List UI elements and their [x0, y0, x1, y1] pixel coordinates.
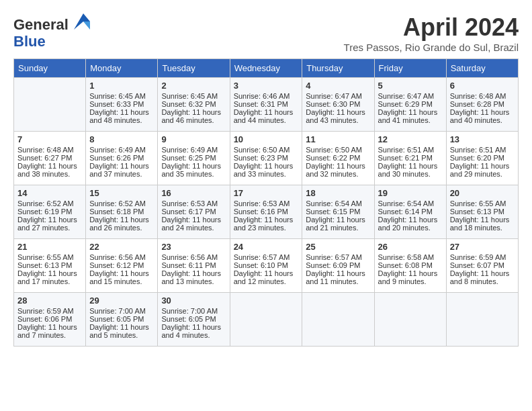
day-info: Daylight: 11 hours — [161, 216, 226, 224]
day-number: 15 — [89, 188, 154, 198]
calendar-week-2: 7Sunrise: 6:48 AMSunset: 6:27 PMDaylight… — [14, 132, 519, 185]
day-info: and 46 minutes. — [161, 116, 226, 124]
day-info: Sunset: 6:26 PM — [89, 154, 154, 162]
day-info: Sunrise: 6:57 AM — [306, 253, 370, 261]
day-number: 26 — [378, 242, 443, 252]
day-number: 1 — [89, 81, 154, 91]
day-info: Daylight: 11 hours — [89, 216, 154, 224]
day-info: Sunrise: 6:59 AM — [17, 307, 82, 315]
day-number: 21 — [17, 242, 82, 252]
day-info: Sunrise: 6:55 AM — [17, 253, 82, 261]
day-number: 23 — [161, 242, 226, 252]
day-number: 20 — [450, 188, 515, 198]
day-info: and 5 minutes. — [89, 331, 154, 339]
day-info: Daylight: 11 hours — [234, 162, 299, 170]
day-info: Daylight: 11 hours — [306, 108, 370, 116]
day-number: 22 — [89, 242, 154, 252]
day-info: and 35 minutes. — [161, 170, 226, 178]
day-info: Sunrise: 6:59 AM — [450, 253, 515, 261]
logo-icon — [74, 13, 90, 30]
svg-marker-1 — [83, 21, 90, 30]
day-info: and 33 minutes. — [234, 170, 299, 178]
calendar-cell: 6Sunrise: 6:48 AMSunset: 6:28 PMDaylight… — [446, 78, 518, 132]
day-info: and 17 minutes. — [17, 277, 82, 285]
day-info: and 27 minutes. — [17, 224, 82, 232]
calendar-cell: 28Sunrise: 6:59 AMSunset: 6:06 PMDayligh… — [14, 293, 86, 347]
location: Tres Passos, Rio Grande do Sul, Brazil — [344, 42, 519, 53]
day-info: Sunset: 6:17 PM — [161, 208, 226, 216]
calendar-cell — [302, 293, 374, 347]
day-info: Daylight: 11 hours — [17, 216, 82, 224]
day-info: Sunrise: 6:48 AM — [17, 146, 82, 154]
day-info: Daylight: 11 hours — [450, 269, 515, 277]
day-number: 11 — [306, 134, 370, 144]
calendar-cell: 20Sunrise: 6:55 AMSunset: 6:13 PMDayligh… — [446, 185, 518, 239]
day-info: and 9 minutes. — [378, 277, 443, 285]
day-info: Sunrise: 6:52 AM — [17, 199, 82, 208]
day-number: 27 — [450, 242, 515, 252]
day-info: and 7 minutes. — [17, 331, 82, 339]
day-info: Sunset: 6:14 PM — [378, 208, 443, 216]
day-info: and 48 minutes. — [89, 116, 154, 124]
calendar-cell: 17Sunrise: 6:53 AMSunset: 6:16 PMDayligh… — [230, 185, 302, 239]
calendar-cell — [374, 293, 446, 347]
calendar-cell: 26Sunrise: 6:58 AMSunset: 6:08 PMDayligh… — [374, 239, 446, 293]
day-info: Sunrise: 6:47 AM — [378, 92, 443, 100]
day-number: 9 — [161, 134, 226, 144]
day-info: Daylight: 11 hours — [161, 323, 226, 331]
day-number: 28 — [17, 295, 82, 306]
day-info: Sunrise: 7:00 AM — [161, 307, 226, 315]
day-info: Daylight: 11 hours — [378, 108, 443, 116]
logo-blue: Blue — [13, 33, 90, 50]
day-info: Sunrise: 6:56 AM — [161, 253, 226, 261]
day-info: Sunrise: 6:51 AM — [450, 146, 515, 154]
day-info: Daylight: 11 hours — [378, 216, 443, 224]
calendar-cell: 19Sunrise: 6:54 AMSunset: 6:14 PMDayligh… — [374, 185, 446, 239]
day-info: Sunrise: 6:47 AM — [306, 92, 370, 100]
day-info: Daylight: 11 hours — [378, 162, 443, 170]
day-number: 12 — [378, 134, 443, 144]
calendar-header-row: SundayMondayTuesdayWednesdayThursdayFrid… — [14, 59, 519, 78]
day-info: Sunset: 6:33 PM — [89, 100, 154, 108]
day-info: Daylight: 11 hours — [306, 269, 370, 277]
day-info: Sunset: 6:31 PM — [234, 100, 299, 108]
day-info: Sunrise: 6:57 AM — [234, 253, 299, 261]
header-day-wednesday: Wednesday — [230, 59, 302, 78]
day-number: 17 — [234, 188, 299, 198]
day-info: Sunset: 6:20 PM — [450, 154, 515, 162]
day-info: Daylight: 11 hours — [234, 269, 299, 277]
day-info: and 13 minutes. — [161, 277, 226, 285]
day-info: Sunset: 6:10 PM — [234, 261, 299, 269]
day-info: Sunset: 6:12 PM — [89, 261, 154, 269]
calendar-cell: 9Sunrise: 6:49 AMSunset: 6:25 PMDaylight… — [158, 132, 230, 185]
day-info: Sunrise: 7:00 AM — [89, 307, 154, 315]
day-number: 16 — [161, 188, 226, 198]
day-info: Sunset: 6:07 PM — [450, 261, 515, 269]
title-block: April 2024 Tres Passos, Rio Grande do Su… — [344, 13, 519, 53]
day-number: 5 — [378, 81, 443, 91]
day-info: Daylight: 11 hours — [234, 108, 299, 116]
calendar-cell: 15Sunrise: 6:52 AMSunset: 6:18 PMDayligh… — [86, 185, 158, 239]
day-info: and 18 minutes. — [450, 224, 515, 232]
day-info: and 11 minutes. — [306, 277, 370, 285]
month-title: April 2024 — [344, 13, 519, 42]
day-info: Sunset: 6:05 PM — [161, 315, 226, 323]
day-number: 13 — [450, 134, 515, 144]
day-number: 10 — [234, 134, 299, 144]
day-info: and 40 minutes. — [450, 116, 515, 124]
day-number: 25 — [306, 242, 370, 252]
day-info: Daylight: 11 hours — [17, 269, 82, 277]
day-info: Daylight: 11 hours — [161, 269, 226, 277]
calendar-cell — [230, 293, 302, 347]
calendar-week-3: 14Sunrise: 6:52 AMSunset: 6:19 PMDayligh… — [14, 185, 519, 239]
calendar-cell — [14, 78, 86, 132]
day-info: Sunset: 6:22 PM — [306, 154, 370, 162]
calendar-cell: 27Sunrise: 6:59 AMSunset: 6:07 PMDayligh… — [446, 239, 518, 293]
day-info: Sunset: 6:32 PM — [161, 100, 226, 108]
day-info: Daylight: 11 hours — [89, 108, 154, 116]
calendar-cell: 2Sunrise: 6:45 AMSunset: 6:32 PMDaylight… — [158, 78, 230, 132]
calendar-cell: 29Sunrise: 7:00 AMSunset: 6:05 PMDayligh… — [86, 293, 158, 347]
day-info: and 41 minutes. — [378, 116, 443, 124]
day-info: Daylight: 11 hours — [89, 323, 154, 331]
day-number: 6 — [450, 81, 515, 91]
